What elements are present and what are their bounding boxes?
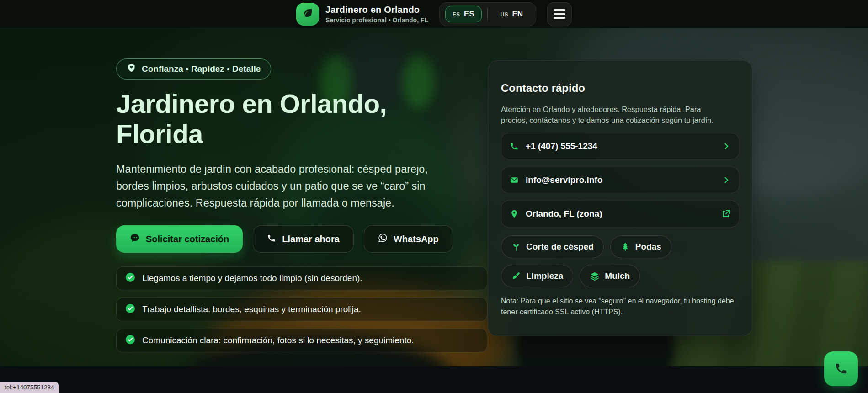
- phone-icon: [510, 142, 519, 151]
- checklist-item: Llegamos a tiempo y dejamos todo limpio …: [116, 266, 487, 290]
- chip-label: Mulch: [605, 271, 630, 281]
- external-link-icon: [721, 209, 730, 218]
- brand-title: Jardinero en Orlando: [325, 5, 428, 15]
- checklist-item-text: Llegamos a tiempo y dejamos todo limpio …: [142, 273, 362, 283]
- request-quote-button[interactable]: Solicitar cotización: [116, 225, 243, 253]
- checklist-item-text: Comunicación clara: confirmación, fotos …: [142, 335, 414, 345]
- chat-bubble-icon: [130, 233, 140, 245]
- chip-podas[interactable]: Podas: [610, 235, 671, 258]
- chevron-right-icon: [722, 176, 730, 184]
- mail-icon: [510, 175, 519, 185]
- hero-content: Confianza • Rapidez • Detalle Jardinero …: [116, 58, 495, 352]
- lang-divider: [487, 8, 488, 20]
- hamburger-icon: [554, 9, 565, 19]
- phone-number: +1 (407) 555-1234: [526, 141, 715, 151]
- page-title-line2: Florida: [116, 119, 203, 149]
- brand-logo: [296, 3, 319, 26]
- lang-country-code: US: [501, 11, 508, 18]
- whatsapp-button[interactable]: WhatsApp: [364, 225, 453, 253]
- whatsapp-label: WhatsApp: [394, 234, 439, 244]
- contact-row-email[interactable]: info@servipro.info: [501, 167, 739, 193]
- call-now-label: Llamar ahora: [282, 234, 340, 244]
- page-title: Jardinero en Orlando, Florida: [116, 89, 495, 149]
- checklist-item-text: Trabajo detallista: bordes, esquinas y t…: [142, 304, 361, 314]
- hero-section: Confianza • Rapidez • Detalle Jardinero …: [0, 28, 868, 366]
- layers-icon: [590, 271, 600, 281]
- contact-card: Contacto rápido Atención en Orlando y al…: [488, 60, 752, 336]
- lang-label: ES: [464, 10, 474, 19]
- site-header: Jardinero en Orlando Servicio profesiona…: [0, 0, 868, 28]
- cta-row: Solicitar cotización Llamar ahora WhatsA…: [116, 225, 495, 253]
- below-hero-section: [0, 366, 868, 393]
- check-circle-icon: [125, 334, 136, 347]
- contact-card-title: Contacto rápido: [501, 82, 739, 95]
- request-quote-label: Solicitar cotización: [146, 234, 229, 244]
- ssl-note: Nota: Para que el sitio se vea “seguro” …: [501, 296, 739, 318]
- hero-description: Mantenimiento de jardín con acabado prof…: [116, 161, 436, 212]
- email-address: info@servipro.info: [526, 175, 715, 185]
- phone-icon: [834, 361, 848, 377]
- floating-call-button[interactable]: [824, 351, 858, 386]
- service-chips: Corte de césped Podas Limpieza Mulch: [501, 235, 739, 287]
- map-pin-icon: [510, 209, 519, 218]
- contact-row-phone[interactable]: +1 (407) 555-1234: [501, 133, 739, 159]
- trust-badge-label: Confianza • Rapidez • Detalle: [142, 64, 261, 74]
- chevron-right-icon: [722, 142, 730, 150]
- chip-limpieza[interactable]: Limpieza: [501, 265, 573, 287]
- phone-icon: [267, 234, 276, 245]
- status-bar-link-preview: tel:+14075551234: [0, 382, 59, 393]
- trust-badge: Confianza • Rapidez • Detalle: [116, 58, 271, 80]
- chip-label: Podas: [635, 242, 661, 252]
- check-circle-icon: [125, 303, 136, 316]
- header-inner: Jardinero en Orlando Servicio profesiona…: [296, 2, 572, 26]
- lang-option-es[interactable]: ES ES: [445, 6, 482, 22]
- lang-country-code: ES: [453, 11, 460, 18]
- chip-corte-de-cesped[interactable]: Corte de césped: [501, 235, 604, 258]
- contact-row-location[interactable]: Orlando, FL (zona): [501, 201, 739, 227]
- language-switcher: ES ES US EN: [439, 2, 536, 26]
- page-title-line1: Jardinero en Orlando,: [116, 89, 387, 118]
- tree-icon: [620, 242, 630, 252]
- broom-icon: [511, 271, 521, 281]
- whatsapp-icon: [378, 233, 388, 245]
- chip-label: Corte de césped: [526, 242, 594, 252]
- brand-text: Jardinero en Orlando Servicio profesiona…: [325, 5, 428, 24]
- benefits-checklist: Llegamos a tiempo y dejamos todo limpio …: [116, 266, 487, 352]
- contact-card-description: Atención en Orlando y alrededores. Respu…: [501, 104, 716, 126]
- leaf-icon: [301, 7, 314, 21]
- hamburger-menu-button[interactable]: [547, 2, 572, 26]
- service-area: Orlando, FL (zona): [526, 209, 714, 219]
- brand[interactable]: Jardinero en Orlando Servicio profesiona…: [296, 3, 428, 26]
- call-now-button[interactable]: Llamar ahora: [253, 225, 354, 253]
- lang-label: EN: [512, 10, 523, 19]
- checklist-item: Comunicación clara: confirmación, fotos …: [116, 329, 487, 352]
- lang-option-en[interactable]: US EN: [493, 6, 530, 22]
- sprout-icon: [511, 242, 521, 252]
- shield-heart-icon: [127, 63, 136, 75]
- check-circle-icon: [125, 272, 136, 285]
- chip-mulch[interactable]: Mulch: [580, 265, 640, 287]
- chip-label: Limpieza: [526, 271, 563, 281]
- brand-subtitle: Servicio profesional • Orlando, FL: [325, 16, 428, 24]
- checklist-item: Trabajo detallista: bordes, esquinas y t…: [116, 297, 487, 321]
